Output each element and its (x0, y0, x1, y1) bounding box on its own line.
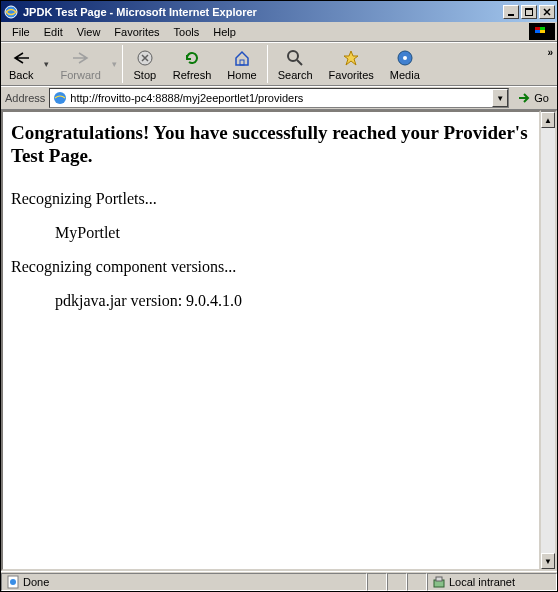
vertical-scrollbar[interactable]: ▲ ▼ (541, 110, 557, 571)
back-arrow-icon (11, 48, 31, 68)
address-dropdown-icon[interactable]: ▼ (492, 89, 508, 107)
title-bar: JPDK Test Page - Microsoft Internet Expl… (1, 1, 557, 22)
component-version: pdkjava.jar version: 9.0.4.1.0 (55, 292, 531, 310)
address-bar: Address ▼ Go (1, 86, 557, 110)
menu-edit[interactable]: Edit (37, 24, 70, 40)
menu-favorites[interactable]: Favorites (107, 24, 166, 40)
recognizing-versions-text: Recognizing component versions... (11, 258, 531, 276)
address-label: Address (5, 92, 45, 104)
ie-app-icon (3, 4, 19, 20)
favorites-button[interactable]: Favorites (321, 46, 382, 83)
status-pane-empty (407, 573, 427, 591)
status-pane-empty (367, 573, 387, 591)
back-dropdown-icon[interactable]: ▾ (41, 59, 52, 69)
menu-bar: File Edit View Favorites Tools Help (1, 22, 557, 42)
menu-file[interactable]: File (5, 24, 37, 40)
forward-button: Forward (52, 46, 108, 83)
media-button[interactable]: Media (382, 46, 428, 83)
search-icon (285, 48, 305, 68)
scroll-up-icon[interactable]: ▲ (541, 112, 555, 128)
address-input[interactable] (70, 90, 492, 106)
svg-rect-18 (436, 577, 442, 581)
intranet-zone-icon (432, 575, 446, 589)
svg-rect-8 (540, 30, 545, 33)
status-text: Done (23, 576, 49, 588)
maximize-button[interactable] (521, 5, 537, 19)
go-button[interactable]: Go (513, 91, 553, 105)
toolbar-overflow-icon[interactable]: » (547, 47, 553, 58)
security-zone-pane: Local intranet (427, 573, 557, 591)
stop-icon (135, 48, 155, 68)
security-zone-text: Local intranet (449, 576, 515, 588)
stop-button[interactable]: Stop (125, 46, 165, 83)
forward-dropdown-icon[interactable]: ▾ (109, 59, 120, 69)
svg-rect-6 (540, 27, 545, 30)
window-title: JPDK Test Page - Microsoft Internet Expl… (23, 6, 503, 18)
go-arrow-icon (517, 91, 531, 105)
menu-tools[interactable]: Tools (167, 24, 207, 40)
recognizing-portlets-text: Recognizing Portlets... (11, 190, 531, 208)
page-content: Congratulations! You have successfully r… (1, 110, 541, 571)
scroll-down-icon[interactable]: ▼ (541, 553, 555, 569)
svg-rect-7 (535, 30, 540, 33)
menu-view[interactable]: View (70, 24, 108, 40)
toolbar-separator (267, 45, 268, 83)
ie-throbber-icon (529, 23, 555, 40)
page-icon (52, 90, 68, 106)
svg-point-16 (10, 579, 16, 585)
status-pane-empty (387, 573, 407, 591)
svg-point-13 (403, 56, 407, 60)
close-button[interactable] (539, 5, 555, 19)
refresh-icon (182, 48, 202, 68)
svg-rect-3 (525, 8, 533, 10)
status-bar: Done Local intranet (1, 571, 557, 591)
media-icon (395, 48, 415, 68)
home-button[interactable]: Home (219, 46, 264, 83)
favorites-star-icon (341, 48, 361, 68)
forward-arrow-icon (71, 48, 91, 68)
svg-point-11 (288, 51, 298, 61)
toolbar: Back ▾ Forward ▾ Stop Refresh Home Searc… (1, 42, 557, 86)
page-heading: Congratulations! You have successfully r… (11, 122, 531, 168)
done-page-icon (6, 575, 20, 589)
portlet-name: MyPortlet (55, 224, 531, 242)
svg-rect-1 (508, 14, 514, 16)
search-button[interactable]: Search (270, 46, 321, 83)
status-pane: Done (1, 573, 367, 591)
viewport: Congratulations! You have successfully r… (1, 110, 557, 571)
scroll-track[interactable] (541, 128, 555, 553)
address-field-wrap: ▼ (49, 88, 509, 108)
home-icon (232, 48, 252, 68)
minimize-button[interactable] (503, 5, 519, 19)
menu-help[interactable]: Help (206, 24, 243, 40)
back-button[interactable]: Back (1, 46, 41, 83)
refresh-button[interactable]: Refresh (165, 46, 220, 83)
toolbar-separator (122, 45, 123, 83)
svg-rect-5 (535, 27, 540, 30)
